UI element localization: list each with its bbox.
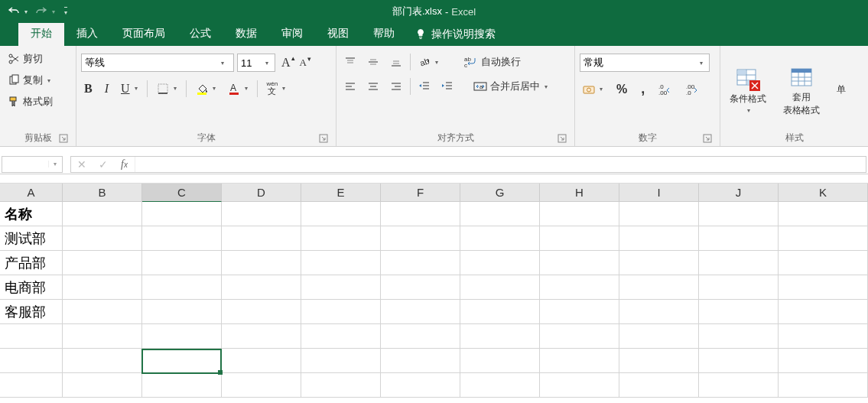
number-format-combo[interactable]: ▾ — [580, 54, 710, 72]
cell[interactable] — [460, 275, 540, 300]
font-size-input[interactable] — [238, 57, 261, 69]
column-header-B[interactable]: B — [63, 184, 142, 202]
cell[interactable] — [222, 275, 301, 300]
cell[interactable] — [63, 226, 142, 251]
cell[interactable] — [142, 251, 222, 275]
cell[interactable] — [381, 373, 460, 398]
cell[interactable] — [142, 349, 222, 373]
column-header-K[interactable]: K — [779, 184, 868, 202]
phonetic-button[interactable]: wén文 ▾ — [264, 80, 289, 97]
cell[interactable] — [0, 349, 63, 373]
column-header-H[interactable]: H — [540, 184, 619, 202]
formula-input[interactable] — [135, 158, 866, 170]
font-color-button[interactable]: A ▾ — [225, 81, 251, 96]
fx-button[interactable]: fx — [114, 157, 135, 172]
fill-color-button[interactable]: ▾ — [193, 81, 219, 96]
cell[interactable] — [142, 300, 222, 324]
cell[interactable] — [142, 275, 222, 300]
decrease-indent-button[interactable] — [415, 79, 434, 94]
cell[interactable] — [540, 324, 619, 349]
redo-button[interactable]: ▾ — [32, 4, 58, 19]
qat-customize-button[interactable]: ▾ — [60, 5, 70, 18]
cell[interactable] — [63, 275, 142, 300]
cut-button[interactable]: 剪切 — [5, 50, 56, 67]
column-header-G[interactable]: G — [460, 184, 540, 202]
cell[interactable] — [142, 373, 222, 398]
decrease-font-button[interactable]: A▾ — [297, 55, 310, 70]
cell[interactable] — [301, 373, 381, 398]
cell[interactable] — [619, 275, 699, 300]
dialog-launcher-icon[interactable] — [703, 134, 714, 145]
cell[interactable] — [540, 275, 619, 300]
chevron-down-icon[interactable]: ▾ — [216, 60, 229, 67]
align-left-button[interactable] — [341, 79, 359, 94]
cell[interactable] — [460, 373, 540, 398]
bold-button[interactable]: B — [81, 80, 96, 97]
cell[interactable] — [619, 251, 699, 275]
cell[interactable] — [699, 275, 779, 300]
cell[interactable] — [301, 300, 381, 324]
cell[interactable] — [699, 202, 779, 226]
cell[interactable] — [619, 300, 699, 324]
cell[interactable] — [540, 300, 619, 324]
column-header-A[interactable]: A — [0, 184, 63, 202]
cell[interactable] — [63, 251, 142, 275]
cell[interactable] — [779, 349, 868, 373]
increase-indent-button[interactable] — [438, 79, 457, 94]
cell[interactable] — [381, 300, 460, 324]
format-as-table-button[interactable]: 套用 表格格式 ▾ — [779, 50, 824, 129]
cell-A1[interactable]: 名称 — [0, 202, 63, 226]
cell[interactable] — [779, 275, 868, 300]
tab-help[interactable]: 帮助 — [361, 21, 407, 46]
align-top-button[interactable] — [341, 54, 359, 70]
merge-center-button[interactable]: a 合并后居中 ▾ — [470, 78, 551, 95]
cell[interactable] — [381, 251, 460, 275]
tab-home[interactable]: 开始 — [18, 21, 64, 46]
column-header-I[interactable]: I — [619, 184, 699, 202]
comma-button[interactable]: , — [638, 80, 648, 99]
tab-view[interactable]: 视图 — [315, 21, 361, 46]
accounting-format-button[interactable]: ▾ — [580, 82, 606, 97]
align-middle-button[interactable] — [364, 54, 382, 70]
underline-button[interactable]: U▾ — [118, 80, 141, 97]
italic-button[interactable]: I — [102, 80, 112, 97]
tell-me-button[interactable]: 操作说明搜索 — [407, 23, 503, 46]
tab-review[interactable]: 审阅 — [269, 21, 315, 46]
column-header-J[interactable]: J — [699, 184, 779, 202]
cell[interactable] — [779, 226, 868, 251]
format-painter-button[interactable]: 格式刷 — [5, 93, 56, 110]
cell[interactable] — [779, 251, 868, 275]
cell[interactable] — [779, 300, 868, 324]
conditional-format-button[interactable]: 条件格式 ▾ — [725, 50, 771, 129]
cell[interactable] — [460, 324, 540, 349]
column-header-C[interactable]: C — [142, 184, 222, 202]
cell-A3[interactable]: 产品部 — [0, 251, 63, 275]
cell[interactable] — [699, 251, 779, 275]
cell[interactable] — [699, 349, 779, 373]
cell[interactable] — [619, 324, 699, 349]
cell-A4[interactable]: 电商部 — [0, 275, 63, 300]
cell[interactable] — [460, 251, 540, 275]
cell[interactable] — [619, 226, 699, 251]
cell[interactable] — [301, 226, 381, 251]
cell[interactable] — [142, 202, 222, 226]
column-header-F[interactable]: F — [381, 184, 460, 202]
cell[interactable] — [301, 251, 381, 275]
cell[interactable] — [0, 324, 63, 349]
tab-insert[interactable]: 插入 — [64, 21, 110, 46]
cell[interactable] — [540, 349, 619, 373]
chevron-down-icon[interactable]: ▾ — [48, 161, 60, 167]
cell[interactable] — [142, 226, 222, 251]
cell[interactable] — [381, 324, 460, 349]
cell[interactable] — [540, 251, 619, 275]
increase-font-button[interactable]: A▴ — [278, 54, 294, 71]
cell[interactable] — [381, 349, 460, 373]
tab-data[interactable]: 数据 — [223, 21, 269, 46]
font-name-combo[interactable]: ▾ — [81, 54, 234, 72]
increase-decimal-button[interactable]: .0.00 — [655, 82, 675, 97]
cell[interactable] — [540, 226, 619, 251]
cell[interactable] — [63, 373, 142, 398]
cell[interactable] — [699, 300, 779, 324]
font-name-input[interactable] — [82, 57, 216, 69]
orientation-button[interactable]: ab▾ — [415, 54, 441, 70]
